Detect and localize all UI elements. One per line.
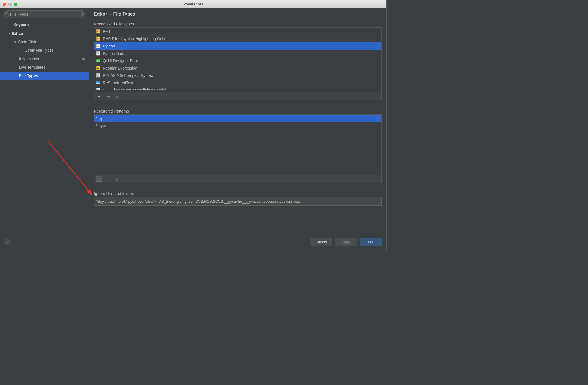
section-recognized-label: Recognized File Types (94, 22, 382, 26)
regex-file-icon: ✱ (96, 66, 100, 70)
svg-line-1 (8, 15, 9, 16)
perl-file-icon (96, 29, 100, 34)
tree-item-file-types[interactable]: File Types (0, 72, 89, 80)
ok-button[interactable]: OK (360, 238, 382, 246)
remove-pattern-button[interactable] (105, 176, 111, 182)
apply-button[interactable]: Apply (335, 238, 357, 246)
settings-tree[interactable]: Keymap ▼Editor ▼Code Style Other File Ty… (0, 19, 89, 234)
footer: ? Cancel Apply OK (0, 234, 386, 250)
file-type-row-python[interactable]: Python (94, 42, 381, 50)
breadcrumb-current: File Types (113, 12, 135, 16)
file-type-row-rst[interactable]: RSTReStructuredText (94, 79, 381, 86)
remove-file-type-button[interactable] (105, 94, 111, 99)
tree-item-other-file-types[interactable]: Other File Types (0, 46, 89, 55)
window-title: Preferences (0, 2, 386, 6)
svg-text:✱: ✱ (97, 67, 99, 70)
breadcrumb: Editor › File Types (94, 12, 382, 17)
php-file-icon (96, 36, 100, 41)
svg-rect-4 (97, 31, 98, 32)
pattern-row-pyw[interactable]: *.pyw (94, 122, 381, 129)
file-type-row-python-stub[interactable]: Python Stub (94, 50, 381, 57)
scope-icon: ▣ (82, 57, 85, 61)
python-stub-file-icon (96, 51, 100, 56)
pattern-row-py[interactable]: *.py (94, 115, 381, 122)
file-types-toolbar (94, 92, 382, 100)
svg-text:RST: RST (96, 82, 100, 84)
recognized-file-types-list[interactable]: Perl PHP Files (syntax Highlighting Only… (94, 27, 382, 92)
section-patterns-label: Registered Patterns (94, 109, 382, 113)
file-type-row-regex[interactable]: ✱Regular Expression (94, 64, 381, 72)
svg-text:Qt: Qt (97, 60, 100, 62)
add-file-type-button[interactable] (96, 94, 102, 99)
file-type-row-sql[interactable]: SQL Files (syntax Highlighting Only) (94, 86, 381, 90)
tree-item-code-style[interactable]: ▼Code Style (0, 38, 89, 46)
qt-file-icon: Qt (96, 59, 100, 63)
titlebar: Preferences (0, 0, 386, 8)
tree-item-editor[interactable]: ▼Editor (0, 29, 89, 38)
main-panel: Editor › File Types Recognized File Type… (89, 8, 386, 234)
section-ignore-label: Ignore files and folders (94, 191, 382, 196)
file-type-row-perl[interactable]: Perl (94, 28, 381, 35)
ignore-files-input[interactable] (94, 197, 382, 206)
registered-patterns-list[interactable]: *.py *.pyw (94, 114, 382, 175)
file-type-row-relax[interactable]: RELAX NG Compact Syntax (94, 72, 381, 79)
preferences-window: Preferences Keymap ▼Editor ▼Code Style O… (0, 0, 387, 250)
add-pattern-button[interactable] (96, 176, 102, 182)
file-type-row-qt[interactable]: QtQt UI Designer Form (94, 57, 381, 64)
svg-point-0 (6, 13, 8, 15)
patterns-toolbar (94, 175, 382, 183)
edit-file-type-button[interactable] (114, 94, 120, 99)
breadcrumb-separator: › (110, 12, 111, 16)
tree-item-keymap[interactable]: Keymap (0, 21, 89, 29)
text-file-icon (96, 73, 100, 78)
tree-item-inspections[interactable]: Inspections▣ (0, 55, 89, 63)
chevron-down-icon: ▼ (13, 40, 17, 44)
breadcrumb-parent[interactable]: Editor (94, 12, 107, 16)
help-button[interactable]: ? (4, 239, 11, 245)
sidebar: Keymap ▼Editor ▼Code Style Other File Ty… (0, 8, 89, 234)
svg-rect-6 (97, 38, 98, 39)
python-file-icon (96, 44, 100, 48)
clear-search-icon[interactable] (80, 12, 84, 17)
cancel-button[interactable]: Cancel (310, 238, 332, 246)
file-type-row-php[interactable]: PHP Files (syntax Highlighting Only) (94, 35, 381, 42)
edit-pattern-button[interactable] (114, 176, 120, 182)
search-input[interactable] (10, 12, 80, 16)
text-file-icon (96, 88, 100, 90)
chevron-down-icon: ▼ (8, 32, 12, 35)
search-field-wrapper[interactable] (3, 10, 86, 18)
rst-file-icon: RST (96, 81, 100, 85)
tree-item-live-templates[interactable]: Live Templates (0, 63, 89, 72)
search-icon (5, 12, 9, 16)
